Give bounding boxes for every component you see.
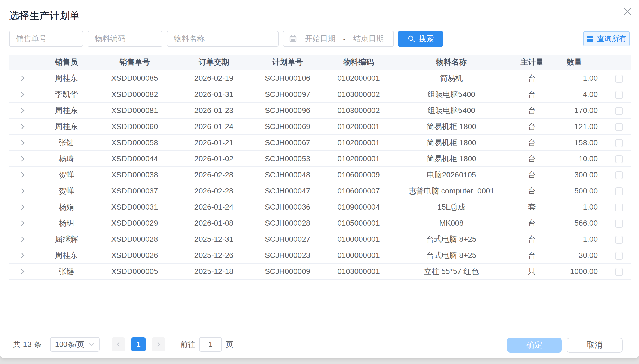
expand-chevron-icon[interactable] xyxy=(20,75,26,81)
cell-material-name: 立柱 55*57 红色 xyxy=(397,263,506,279)
cell-material-name: 组装电脑5400 xyxy=(397,86,506,102)
expand-chevron-icon[interactable] xyxy=(20,188,26,194)
row-checkbox-cell[interactable] xyxy=(607,247,631,263)
expand-chevron-icon[interactable] xyxy=(20,252,26,258)
material-code-input[interactable] xyxy=(88,31,162,47)
row-expand-cell[interactable] xyxy=(9,86,36,102)
cell-material-name: 简易机柜 1800 xyxy=(397,151,506,167)
close-button[interactable] xyxy=(622,6,633,17)
row-checkbox[interactable] xyxy=(615,220,623,228)
expand-chevron-icon[interactable] xyxy=(20,204,26,210)
column-header: 主计量 xyxy=(506,55,558,70)
sales-order-input[interactable] xyxy=(9,31,83,47)
row-expand-cell[interactable] xyxy=(9,167,36,183)
page-size-select[interactable]: 100条/页 xyxy=(50,337,100,352)
cancel-button[interactable]: 取消 xyxy=(567,338,623,353)
cell-plan-no: SCJH000053 xyxy=(255,151,320,167)
row-checkbox-cell[interactable] xyxy=(607,151,631,167)
cell-salesperson: 周桂东 xyxy=(36,70,96,86)
row-checkbox[interactable] xyxy=(615,107,623,115)
prev-page-button[interactable] xyxy=(112,337,125,351)
cell-material-code: 0100000001 xyxy=(320,247,397,263)
row-expand-cell[interactable] xyxy=(9,135,36,151)
row-checkbox[interactable] xyxy=(615,139,623,147)
cell-quantity: 10.00 xyxy=(558,151,607,167)
cell-material-code: 0106000007 xyxy=(320,183,397,199)
cell-delivery-date: 2026-01-21 xyxy=(173,135,255,151)
row-expand-cell[interactable] xyxy=(9,70,36,86)
row-checkbox-cell[interactable] xyxy=(607,102,631,118)
row-checkbox-cell[interactable] xyxy=(607,86,631,102)
expand-chevron-icon[interactable] xyxy=(20,140,26,146)
cell-delivery-date: 2026-01-24 xyxy=(173,199,255,215)
row-checkbox-cell[interactable] xyxy=(607,167,631,183)
row-checkbox-cell[interactable] xyxy=(607,70,631,86)
row-checkbox[interactable] xyxy=(615,268,623,276)
expand-chevron-icon[interactable] xyxy=(20,236,26,242)
row-checkbox[interactable] xyxy=(615,75,623,83)
plan-table: 销售员销售单号订单交期计划单号物料编码物料名称主计量数量 周桂东XSDD0000… xyxy=(9,55,631,280)
row-checkbox[interactable] xyxy=(615,171,623,179)
date-start-placeholder[interactable]: 开始日期 xyxy=(301,34,339,44)
goto-page-input[interactable] xyxy=(199,337,222,352)
cell-unit: 台 xyxy=(506,86,558,102)
cell-unit: 只 xyxy=(506,263,558,279)
row-expand-cell[interactable] xyxy=(9,118,36,135)
close-icon xyxy=(623,7,632,16)
row-expand-cell[interactable] xyxy=(9,199,36,215)
row-checkbox[interactable] xyxy=(615,204,623,211)
cell-quantity: 500.00 xyxy=(558,183,607,199)
row-checkbox-cell[interactable] xyxy=(607,231,631,247)
cell-material-name: 简易机柜 1800 xyxy=(397,118,506,135)
dialog-footer-actions: 确定 取消 xyxy=(507,338,623,353)
cell-sales-order-no: XSDD000085 xyxy=(96,70,173,86)
row-checkbox-cell[interactable] xyxy=(607,118,631,135)
table-row: 张键XSDD0000582026-01-21SCJH00006701020000… xyxy=(9,135,631,151)
row-expand-cell[interactable] xyxy=(9,231,36,247)
row-checkbox-cell[interactable] xyxy=(607,183,631,199)
query-all-button[interactable]: 查询所有 xyxy=(583,31,630,46)
expand-chevron-icon[interactable] xyxy=(20,91,26,97)
search-button[interactable]: 搜索 xyxy=(398,31,443,47)
row-checkbox[interactable] xyxy=(615,123,623,131)
column-header: 计划单号 xyxy=(255,55,320,70)
row-checkbox[interactable] xyxy=(615,236,623,244)
row-expand-cell[interactable] xyxy=(9,247,36,263)
row-checkbox[interactable] xyxy=(615,252,623,260)
row-checkbox-cell[interactable] xyxy=(607,215,631,231)
row-expand-cell[interactable] xyxy=(9,263,36,279)
date-range-picker[interactable]: 开始日期 - 结束日期 xyxy=(283,31,394,47)
cell-plan-no: SCJH000096 xyxy=(255,102,320,118)
cell-salesperson: 屈继辉 xyxy=(36,231,96,247)
cell-material-code: 0106000009 xyxy=(320,167,397,183)
row-checkbox-cell[interactable] xyxy=(607,263,631,279)
next-page-button[interactable] xyxy=(152,337,165,351)
cell-delivery-date: 2026-01-08 xyxy=(173,215,255,231)
material-name-input[interactable] xyxy=(167,31,279,47)
expand-chevron-icon[interactable] xyxy=(20,124,26,130)
table-row: 杨玥XSDD0000292026-01-08SCJH00002801050000… xyxy=(9,215,631,231)
date-end-placeholder[interactable]: 结束日期 xyxy=(350,34,388,44)
expand-chevron-icon[interactable] xyxy=(20,268,26,275)
row-checkbox[interactable] xyxy=(615,155,623,163)
page-title: 选择生产计划单 xyxy=(0,0,639,22)
row-checkbox[interactable] xyxy=(615,91,623,99)
row-expand-cell[interactable] xyxy=(9,215,36,231)
cell-material-code: 0102000001 xyxy=(320,151,397,167)
row-checkbox-cell[interactable] xyxy=(607,199,631,215)
goto-page-suffix: 页 xyxy=(226,339,233,349)
current-page-button[interactable]: 1 xyxy=(131,337,146,351)
row-checkbox-cell[interactable] xyxy=(607,135,631,151)
row-checkbox[interactable] xyxy=(615,187,623,195)
expand-chevron-icon[interactable] xyxy=(20,220,26,226)
expand-chevron-icon[interactable] xyxy=(20,156,26,162)
row-expand-cell[interactable] xyxy=(9,183,36,199)
expand-chevron-icon[interactable] xyxy=(20,108,26,114)
cell-delivery-date: 2026-01-24 xyxy=(173,118,255,135)
cell-quantity: 1000.00 xyxy=(558,263,607,279)
row-expand-cell[interactable] xyxy=(9,102,36,118)
expand-chevron-icon[interactable] xyxy=(20,172,26,178)
cell-material-name: 台式电脑 8+25 xyxy=(397,247,506,263)
row-expand-cell[interactable] xyxy=(9,151,36,167)
confirm-button[interactable]: 确定 xyxy=(507,338,562,353)
